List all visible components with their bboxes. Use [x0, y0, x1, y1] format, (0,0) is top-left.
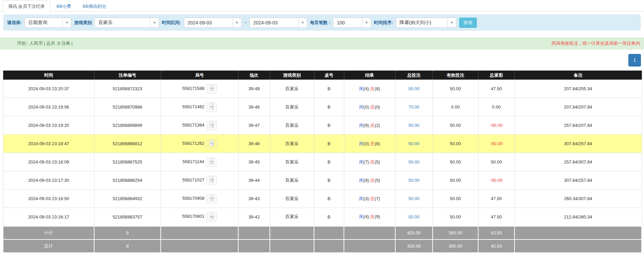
cell-note: 307.84/257.84	[515, 135, 642, 153]
cell-round-id: 558171364	[161, 116, 238, 135]
video-replay-button[interactable]	[207, 176, 217, 185]
video-replay-button[interactable]	[207, 102, 217, 112]
total-bet-link[interactable]: 50.00	[408, 159, 420, 165]
total-bet-link[interactable]: 50.00	[408, 123, 420, 128]
cell-total-bet: 50.00	[395, 116, 433, 135]
result-banker-label: 庄	[370, 86, 375, 91]
cell-table-no: B	[314, 190, 344, 208]
subtotal-valid-bet: 350.00	[433, 226, 478, 239]
subtotal-total-bet: 420.00	[395, 226, 433, 239]
result-banker-label: 庄	[370, 196, 375, 201]
cell-session: 39-44	[238, 171, 270, 190]
grand-total-count: 8	[94, 239, 161, 253]
table-row: 2024-09-03 23:17:30521856866254558171027…	[3, 171, 642, 190]
video-file-icon	[208, 103, 215, 111]
cell-valid-bet: 50.00	[433, 208, 478, 226]
time-sort-select[interactable]: 降幂(由大到小) ▼	[396, 18, 456, 28]
cell-game-type: 百家乐	[270, 190, 314, 208]
cell-payout: 0.00	[478, 98, 515, 116]
round-id-text: 558170908	[182, 196, 204, 201]
total-bet-link[interactable]: 50.00	[408, 196, 420, 201]
cell-bet-id: 521856868812	[94, 135, 161, 153]
cell-valid-bet: 50.00	[433, 153, 478, 171]
table-row: 2024-09-03 23:20:37521856872323558171588…	[3, 80, 642, 98]
range-tilde: ~	[244, 20, 247, 25]
col-valid-bet: 有效投注	[433, 71, 478, 80]
cell-result: 闲(4) 庄(8)	[344, 80, 395, 98]
col-total-bet: 总投注	[395, 71, 433, 80]
result-banker-label: 庄	[370, 214, 375, 219]
cell-note: 207.84/255.34	[515, 80, 642, 98]
cell-bet-id: 521856870986	[94, 98, 161, 116]
total-bet-link[interactable]: 50.00	[408, 178, 420, 183]
date-from-select[interactable]: 2024-09-03 ▼	[184, 18, 242, 28]
cell-note: 260.34/307.84	[515, 190, 642, 208]
game-type-select[interactable]: 百家乐 ▼	[94, 18, 159, 28]
cell-valid-bet: 50.00	[433, 190, 478, 208]
cell-round-id: 558171262	[161, 135, 238, 153]
table-row: 2024-09-03 23:18:47521856868812558171262…	[3, 135, 642, 153]
cell-game-type: 百家乐	[270, 98, 314, 116]
video-replay-button[interactable]	[207, 84, 217, 94]
query-type-value: 日期查询	[25, 20, 62, 26]
result-player-value: (0)	[364, 141, 369, 146]
cell-table-no: B	[314, 153, 344, 171]
cell-payout: 50.00	[478, 153, 515, 171]
cell-payout: -50.00	[478, 171, 515, 190]
tab-video-bet-records[interactable]: 视讯 会员下注纪录	[3, 0, 50, 13]
cell-valid-bet: 50.00	[433, 80, 478, 98]
result-banker-value: (7)	[375, 196, 380, 201]
result-player-value: (0)	[364, 104, 369, 110]
cell-game-type: 百家乐	[270, 135, 314, 153]
chevron-down-icon: ▼	[362, 18, 371, 27]
table-row: 2024-09-03 23:16:17521856863757558170801…	[3, 208, 642, 226]
tab-bb-video-points[interactable]: BB视讯积分	[77, 1, 111, 12]
cell-table-no: B	[314, 135, 344, 153]
cell-session: 39-48	[238, 98, 270, 116]
video-replay-button[interactable]	[207, 194, 217, 204]
result-player-label: 闲	[359, 214, 364, 219]
result-banker-label: 庄	[370, 159, 375, 165]
query-type-select[interactable]: 日期查询 ▼	[24, 18, 71, 28]
col-bet-id: 注单编号	[94, 71, 161, 80]
cell-payout: 47.50	[478, 190, 515, 208]
cell-time: 2024-09-03 23:20:37	[3, 80, 94, 98]
search-button[interactable]: 查询	[459, 18, 477, 28]
cell-total-bet: 50.00	[395, 80, 433, 98]
table-row: 2024-09-03 23:18:09521856867525558171144…	[3, 153, 642, 171]
subtotal-count: 8	[94, 226, 161, 239]
result-banker-label: 庄	[370, 141, 375, 146]
total-bet-link[interactable]: 70.00	[408, 104, 420, 110]
cell-table-no: B	[314, 208, 344, 226]
date-to-select[interactable]: 2024-09-03 ▼	[249, 18, 307, 28]
round-id-text: 558171364	[182, 122, 204, 128]
total-bet-link[interactable]: 50.00	[408, 86, 420, 91]
result-player-value: (9)	[364, 123, 369, 128]
cell-valid-bet: 50.00	[433, 171, 478, 190]
cell-result: 闲(9) 庄(5)	[344, 171, 395, 190]
video-replay-button[interactable]	[207, 121, 217, 130]
result-player-label: 闲	[359, 86, 364, 91]
video-file-icon	[208, 140, 215, 148]
cell-round-id: 558170908	[161, 190, 238, 208]
per-page-select[interactable]: 100 ▼	[333, 18, 371, 28]
page-1-button[interactable]: 1	[628, 54, 641, 66]
total-bet-link[interactable]: 50.00	[408, 141, 420, 146]
col-payout: 总派彩	[478, 71, 515, 80]
video-replay-button[interactable]	[206, 157, 216, 167]
col-table-no: 桌号	[314, 71, 344, 80]
video-replay-button[interactable]	[207, 139, 217, 149]
cell-game-type: 百家乐	[270, 171, 314, 190]
grand-total-label: 总计	[3, 239, 94, 253]
video-replay-button[interactable]	[207, 212, 217, 222]
round-id-text: 558171462	[182, 104, 204, 109]
tab-bb-tip[interactable]: BB小费	[51, 1, 76, 12]
cell-result: 闲(7) 庄(5)	[344, 153, 395, 171]
result-banker-value: (0)	[375, 104, 380, 110]
col-note: 备注	[515, 71, 642, 80]
cell-bet-id: 521856864932	[94, 190, 161, 208]
total-bet-link[interactable]: 50.00	[408, 214, 420, 219]
cell-bet-id: 521856863757	[94, 208, 161, 226]
cell-table-no: B	[314, 98, 344, 116]
subtotal-payout: 42.50	[478, 226, 515, 239]
